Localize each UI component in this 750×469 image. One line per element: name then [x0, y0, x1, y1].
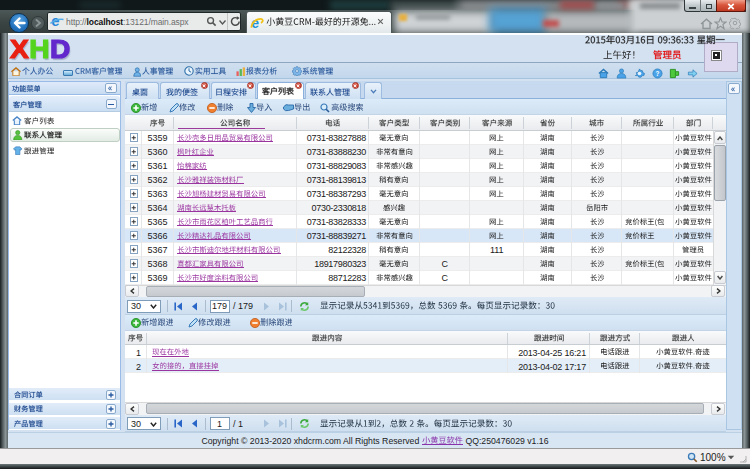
- svg-text:?: ?: [655, 69, 659, 76]
